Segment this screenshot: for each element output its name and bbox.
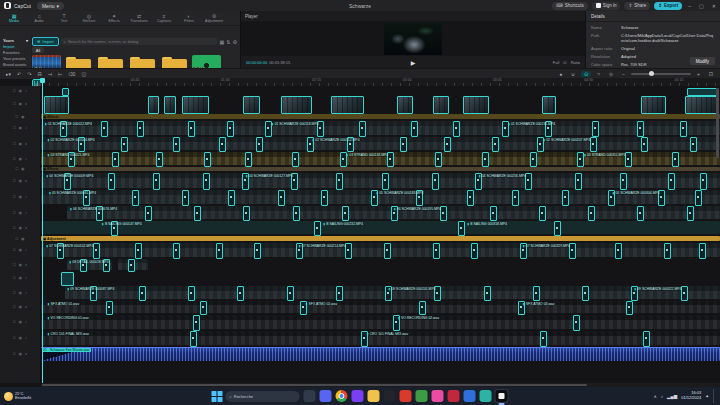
track-lock-icon[interactable]: ◉	[18, 320, 22, 324]
track-lock-icon[interactable]: ◉	[18, 305, 22, 309]
export-button[interactable]: ↥Export	[654, 2, 682, 10]
timeline-clip[interactable]	[687, 88, 716, 96]
clip-marker[interactable]	[135, 243, 142, 259]
track-lock-icon[interactable]: ◉	[18, 276, 22, 280]
clip-marker[interactable]	[695, 190, 702, 206]
snapping-icon[interactable]: ⌗	[594, 71, 603, 78]
sidebar-item-brand-assets[interactable]: Brand assets	[0, 61, 31, 67]
clip-marker[interactable]	[690, 137, 697, 152]
timeline-clip[interactable]	[542, 96, 556, 114]
track-toggle-icon[interactable]: □	[13, 276, 15, 280]
clip-marker[interactable]	[482, 152, 489, 167]
clip-marker[interactable]	[471, 243, 478, 259]
clip-marker[interactable]	[287, 286, 294, 301]
track-lock-icon[interactable]: ◉	[18, 142, 22, 146]
effects-track[interactable]: ▣ Effects	[41, 167, 720, 171]
clip-marker[interactable]	[188, 121, 195, 137]
clip-marker[interactable]	[492, 137, 499, 152]
clip-marker[interactable]	[219, 137, 226, 152]
clip-marker[interactable]	[227, 121, 234, 137]
track-mute-icon[interactable]: ♪	[25, 157, 27, 161]
clip-marker[interactable]	[419, 301, 426, 315]
clip-marker[interactable]	[569, 243, 576, 259]
track-mute-icon[interactable]: ♪	[25, 320, 27, 324]
tab-audio[interactable]: ♫Audio	[27, 13, 51, 23]
track-mute-icon[interactable]: ♪	[25, 142, 27, 146]
track-lock-icon[interactable]: ◉	[18, 291, 22, 295]
track-toggle-icon[interactable]: □	[13, 211, 15, 215]
clip-marker[interactable]	[145, 206, 152, 221]
timeline-clip[interactable]	[463, 96, 489, 114]
modify-button[interactable]: Modify	[690, 57, 715, 65]
clip-marker[interactable]	[387, 152, 394, 167]
select-tool-icon[interactable]: ▸▾	[3, 71, 14, 77]
track-toggle-icon[interactable]: □	[13, 263, 15, 267]
track-lock-icon[interactable]: ◉	[21, 237, 25, 241]
track-lock-icon[interactable]: ◉	[18, 126, 22, 130]
clip-marker[interactable]	[643, 331, 650, 347]
clip-marker[interactable]	[173, 243, 180, 259]
tab-media[interactable]: ▦Media	[2, 13, 26, 23]
track-toggle-icon[interactable]: □	[16, 167, 18, 171]
clip-marker[interactable]	[193, 315, 200, 331]
network-icon[interactable]: ▂▄▆	[667, 394, 677, 399]
clip-marker[interactable]	[243, 206, 250, 221]
clip-marker[interactable]	[590, 137, 597, 152]
timeline-clip[interactable]	[41, 221, 720, 234]
track-lock-icon[interactable]: ◉	[18, 352, 22, 356]
timeline-clip[interactable]	[182, 96, 209, 114]
clip-marker[interactable]	[228, 190, 235, 206]
split-icon[interactable]: ⊟	[34, 71, 44, 77]
clip-marker[interactable]	[132, 190, 139, 206]
link-icon[interactable]: ⊙	[581, 71, 591, 77]
magnet-icon[interactable]: ∪	[568, 71, 578, 77]
clip-marker[interactable]	[681, 286, 688, 301]
weather-widget[interactable]: 21°C Ensoleillé	[4, 392, 60, 401]
clip-marker[interactable]	[641, 137, 648, 152]
clip-marker[interactable]	[562, 190, 569, 206]
tab-text[interactable]: TText	[52, 13, 76, 23]
tab-effects[interactable]: ✦Effects	[102, 13, 126, 23]
show-desktop-button[interactable]	[713, 389, 716, 403]
track-lock-icon[interactable]: ◉	[18, 102, 22, 106]
clip-marker[interactable]	[188, 286, 195, 301]
track-lock-icon[interactable]: ◉	[18, 226, 22, 230]
clip-marker[interactable]	[433, 243, 440, 259]
tab-captions[interactable]: ≡Captions	[152, 13, 176, 23]
clip-marker[interactable]	[216, 243, 223, 259]
timeline-clip[interactable]	[433, 96, 449, 114]
track-toggle-icon[interactable]: □	[13, 89, 15, 93]
track-toggle-icon[interactable]: □	[13, 305, 15, 309]
clip-marker[interactable]	[554, 221, 561, 236]
track-mute-icon[interactable]: ♪	[25, 263, 27, 267]
hidden-icons-chevron[interactable]: ∧	[654, 394, 657, 399]
clip-marker[interactable]	[625, 152, 632, 167]
clip-marker[interactable]	[382, 173, 389, 190]
timeline-clip[interactable]	[41, 137, 720, 150]
track-toggle-icon[interactable]: □	[13, 352, 15, 356]
clip-marker[interactable]	[539, 206, 546, 221]
taskbar-app-red-app[interactable]	[399, 389, 413, 403]
timeline-clip[interactable]	[41, 301, 720, 313]
track-toggle-icon[interactable]: □	[13, 157, 15, 161]
taskbar-app-chrome[interactable]	[335, 389, 349, 403]
clip-marker[interactable]	[573, 315, 580, 331]
timeline-clip[interactable]	[164, 96, 176, 114]
clip-marker[interactable]	[112, 152, 119, 167]
track-mute-icon[interactable]: ♪	[25, 291, 27, 295]
track-toggle-icon[interactable]: □	[13, 179, 15, 183]
track-mute-icon[interactable]: ♪	[25, 211, 27, 215]
track-mute-icon[interactable]: ♪	[25, 126, 27, 130]
track-mute-icon[interactable]: ♪	[25, 276, 27, 280]
track-toggle-icon[interactable]: □	[13, 320, 15, 324]
adjustment-track[interactable]: ▣ Adjustment	[41, 236, 720, 241]
timeline-clip[interactable]	[41, 173, 720, 188]
clip-marker[interactable]	[336, 173, 343, 190]
timeline-clip[interactable]	[41, 315, 720, 329]
taskbar-app-media-app[interactable]	[447, 389, 461, 403]
taskbar-app-file-explorer[interactable]	[367, 389, 381, 403]
taskbar-app-task-view[interactable]	[303, 389, 317, 403]
maximize-button[interactable]: ▢	[697, 3, 706, 9]
track-mute-icon[interactable]: ♪	[25, 352, 27, 356]
track-mute-icon[interactable]: ♪	[25, 248, 27, 252]
